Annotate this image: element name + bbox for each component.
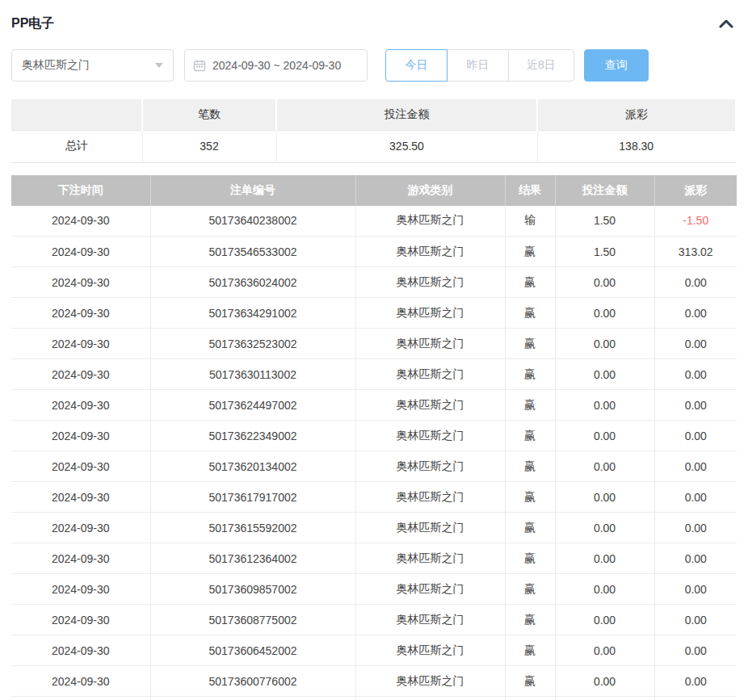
game-select[interactable]: 奥林匹斯之门 — [11, 49, 174, 82]
cell-bet: 1.50 — [555, 237, 654, 267]
cell-result: 赢 — [505, 451, 555, 482]
cell-result: 输 — [505, 206, 555, 237]
cell-result: 赢 — [505, 513, 555, 543]
table-row: 2024-09-3050173612364002奥林匹斯之门赢0.000.00 — [11, 543, 737, 574]
cell-payout: 313.02 — [654, 237, 737, 267]
cell-game: 奥林匹斯之门 — [355, 421, 505, 451]
cell-time: 2024-09-30 — [11, 421, 150, 451]
today-button[interactable]: 今日 — [385, 49, 448, 82]
cell-result: 赢 — [505, 605, 555, 635]
cell-game: 奥林匹斯之门 — [355, 513, 505, 543]
cell-result: 赢 — [505, 390, 555, 421]
collapse-panel-button[interactable] — [716, 16, 737, 32]
cell-time: 2024-09-30 — [11, 605, 150, 635]
summary-header-count: 笔数 — [142, 99, 276, 130]
cell-bet: 0.00 — [555, 635, 654, 666]
cell-bet: 0.00 — [555, 267, 654, 298]
cell-payout: 0.00 — [654, 267, 737, 298]
summary-total-bet-amount: 325.50 — [276, 130, 537, 162]
cell-empty — [555, 697, 654, 700]
cell-game: 奥林匹斯之门 — [355, 635, 505, 666]
table-row: 2024-09-3050173600776002奥林匹斯之门赢0.000.00 — [11, 666, 737, 697]
table-row: 2024-09-3050173630113002奥林匹斯之门赢0.000.00 — [11, 359, 737, 390]
table-row: 2024-09-3050173546533002奥林匹斯之门赢1.50313.0… — [11, 237, 737, 267]
cell-order-no: 50173600776002 — [150, 666, 355, 697]
cell-bet: 0.00 — [555, 666, 654, 697]
table-row: 2024-09-3050173640238002奥林匹斯之门输1.50-1.50 — [11, 206, 737, 237]
cell-empty — [11, 697, 150, 700]
table-row: 2024-09-3050173617917002奥林匹斯之门赢0.000.00 — [11, 482, 737, 513]
cell-bet: 0.00 — [555, 543, 654, 574]
panel-header: PP电子 — [11, 0, 737, 32]
cell-payout: 0.00 — [654, 329, 737, 359]
cell-result: 赢 — [505, 666, 555, 697]
cell-empty — [355, 697, 505, 700]
cell-result: 赢 — [505, 635, 555, 666]
cell-bet: 0.00 — [555, 298, 654, 329]
date-range-value: 2024-09-30 ~ 2024-09-30 — [212, 59, 341, 72]
summary-header-bet-amount: 投注金额 — [276, 99, 537, 130]
cell-order-no: 50173634291002 — [150, 298, 355, 329]
cell-game: 奥林匹斯之门 — [355, 206, 505, 237]
query-button[interactable]: 查询 — [584, 49, 649, 82]
cell-payout: 0.00 — [654, 666, 737, 697]
cell-payout: 0.00 — [654, 635, 737, 666]
table-row: 2024-09-3050173608775002奥林匹斯之门赢0.000.00 — [11, 605, 737, 635]
date-range-picker[interactable]: 2024-09-30 ~ 2024-09-30 — [184, 49, 368, 82]
page-title: PP电子 — [11, 15, 54, 32]
cell-payout: 0.00 — [654, 605, 737, 635]
cell-payout: 0.00 — [654, 359, 737, 390]
cell-payout: 0.00 — [654, 574, 737, 605]
cell-time: 2024-09-30 — [11, 329, 150, 359]
cell-bet: 0.00 — [555, 513, 654, 543]
cell-bet: 0.00 — [555, 390, 654, 421]
chevron-down-icon — [155, 63, 163, 68]
table-row: 2024-09-3050173606452002奥林匹斯之门赢0.000.00 — [11, 635, 737, 666]
table-row: 2024-09-3050173632523002奥林匹斯之门赢0.000.00 — [11, 329, 737, 359]
cell-order-no: 50173608775002 — [150, 605, 355, 635]
cell-result: 赢 — [505, 267, 555, 298]
col-header-bet-time: 下注时间 — [11, 175, 150, 206]
cell-payout: 0.00 — [654, 451, 737, 482]
cell-bet: 0.00 — [555, 451, 654, 482]
cell-game: 奥林匹斯之门 — [355, 605, 505, 635]
cell-order-no: 50173640238002 — [150, 206, 355, 237]
cell-bet: 0.00 — [555, 329, 654, 359]
cell-time: 2024-09-30 — [11, 574, 150, 605]
table-row: 2024-09-3050173636024002奥林匹斯之门赢0.000.00 — [11, 267, 737, 298]
cell-time: 2024-09-30 — [11, 206, 150, 237]
cell-time: 2024-09-30 — [11, 298, 150, 329]
calendar-icon — [193, 59, 206, 72]
cell-order-no: 50173620134002 — [150, 451, 355, 482]
col-header-order-number: 注单编号 — [150, 175, 355, 206]
summary-header-payout: 派彩 — [537, 99, 735, 130]
cell-game: 奥林匹斯之门 — [355, 298, 505, 329]
cell-game: 奥林匹斯之门 — [355, 574, 505, 605]
chevron-up-icon — [719, 17, 733, 31]
cell-empty — [150, 697, 355, 700]
cell-bet: 0.00 — [555, 359, 654, 390]
bet-records-table: 下注时间 注单编号 游戏类别 结果 投注金额 派彩 2024-09-305017… — [11, 175, 737, 700]
summary-header-blank — [11, 99, 142, 130]
cell-empty — [654, 697, 737, 700]
cell-game: 奥林匹斯之门 — [355, 390, 505, 421]
cell-result: 赢 — [505, 574, 555, 605]
cell-time: 2024-09-30 — [11, 451, 150, 482]
cell-bet: 0.00 — [555, 421, 654, 451]
yesterday-button[interactable]: 昨日 — [447, 49, 509, 82]
cell-game: 奥林匹斯之门 — [355, 237, 505, 267]
table-row: 2024-09-3050173622349002奥林匹斯之门赢0.000.00 — [11, 421, 737, 451]
col-header-game-category: 游戏类别 — [355, 175, 505, 206]
cell-result: 赢 — [505, 482, 555, 513]
cell-bet: 1.50 — [555, 206, 654, 237]
cell-payout: 0.00 — [654, 390, 737, 421]
cell-order-no: 50173606452002 — [150, 635, 355, 666]
cell-order-no: 50173630113002 — [150, 359, 355, 390]
summary-table: 笔数 投注金额 派彩 总计 352 325.50 138.30 — [11, 99, 735, 163]
cell-payout: 0.00 — [654, 543, 737, 574]
cell-order-no: 50173624497002 — [150, 390, 355, 421]
cell-result: 赢 — [505, 543, 555, 574]
cell-time: 2024-09-30 — [11, 390, 150, 421]
last-8-days-button[interactable]: 近8日 — [508, 49, 574, 82]
cell-time: 2024-09-30 — [11, 267, 150, 298]
